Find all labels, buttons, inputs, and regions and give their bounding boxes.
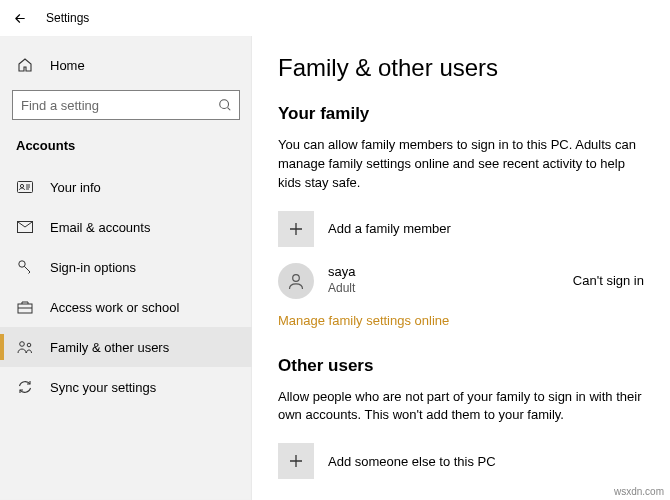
app-title: Settings: [46, 11, 89, 25]
search-input[interactable]: [12, 90, 240, 120]
add-other-user-button[interactable]: Add someone else to this PC: [278, 443, 644, 479]
window-header: Settings: [0, 0, 670, 36]
member-status: Can't sign in: [573, 273, 644, 288]
arrow-left-icon: [13, 11, 28, 26]
sidebar-item-family-other-users[interactable]: Family & other users: [0, 327, 252, 367]
sidebar-item-label: Your info: [50, 180, 101, 195]
other-users-desc: Allow people who are not part of your fa…: [278, 388, 644, 426]
nav-home-label: Home: [50, 58, 85, 73]
sidebar: Home Accounts Your info Email & accounts: [0, 36, 252, 500]
add-other-label: Add someone else to this PC: [328, 454, 496, 469]
sidebar-item-sync-settings[interactable]: Sync your settings: [0, 367, 252, 407]
sidebar-item-access-work-school[interactable]: Access work or school: [0, 287, 252, 327]
svg-point-8: [293, 274, 300, 281]
other-users-heading: Other users: [278, 356, 644, 376]
svg-point-7: [27, 343, 31, 347]
add-family-member-button[interactable]: Add a family member: [278, 211, 644, 247]
manage-family-link[interactable]: Manage family settings online: [278, 313, 449, 328]
avatar: [278, 263, 314, 299]
main-content: Family & other users Your family You can…: [252, 36, 670, 500]
sidebar-item-label: Access work or school: [50, 300, 179, 315]
sidebar-item-label: Email & accounts: [50, 220, 150, 235]
member-info: saya Adult: [328, 264, 559, 296]
back-button[interactable]: [8, 6, 32, 30]
sidebar-item-label: Sync your settings: [50, 380, 156, 395]
sidebar-item-label: Family & other users: [50, 340, 169, 355]
sync-icon: [16, 378, 34, 396]
person-card-icon: [16, 178, 34, 196]
your-family-heading: Your family: [278, 104, 644, 124]
page-title: Family & other users: [278, 54, 644, 82]
svg-rect-1: [18, 182, 33, 193]
people-icon: [16, 338, 34, 356]
nav-home[interactable]: Home: [0, 46, 252, 84]
plus-icon: [278, 211, 314, 247]
family-member-row[interactable]: saya Adult Can't sign in: [278, 263, 644, 299]
search-container: [12, 90, 240, 120]
person-icon: [286, 271, 306, 291]
sidebar-item-signin-options[interactable]: Sign-in options: [0, 247, 252, 287]
home-icon: [16, 56, 34, 74]
svg-point-6: [19, 342, 24, 347]
category-label: Accounts: [0, 130, 252, 167]
svg-point-4: [19, 261, 25, 267]
briefcase-icon: [16, 298, 34, 316]
svg-point-2: [20, 184, 23, 187]
watermark: wsxdn.com: [614, 486, 664, 497]
mail-icon: [16, 218, 34, 236]
sidebar-item-label: Sign-in options: [50, 260, 136, 275]
plus-icon: [278, 443, 314, 479]
member-name: saya: [328, 264, 559, 281]
key-icon: [16, 258, 34, 276]
your-family-desc: You can allow family members to sign in …: [278, 136, 644, 193]
add-family-label: Add a family member: [328, 221, 451, 236]
sidebar-item-email-accounts[interactable]: Email & accounts: [0, 207, 252, 247]
sidebar-item-your-info[interactable]: Your info: [0, 167, 252, 207]
member-role: Adult: [328, 281, 559, 297]
